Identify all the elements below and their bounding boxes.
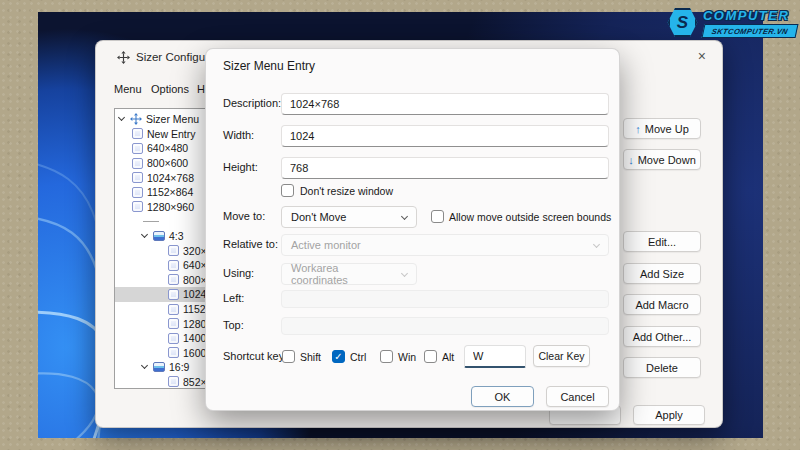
dialog-title: Sizer Menu Entry: [223, 59, 315, 73]
left-label: Left:: [223, 292, 244, 304]
ok-button[interactable]: OK: [471, 386, 534, 407]
size-entry-icon: [168, 289, 179, 300]
size-entry-icon: [132, 128, 143, 139]
brand-name: COMPUTER: [703, 8, 789, 23]
allow-move-label: Allow move outside screen bounds: [449, 211, 611, 223]
left-field: [281, 290, 609, 308]
apply-button[interactable]: Apply: [633, 405, 705, 425]
chevron-down-icon: [401, 270, 408, 277]
top-label: Top:: [223, 319, 244, 331]
alt-checkbox[interactable]: [424, 350, 437, 363]
size-entry-icon: [168, 347, 179, 358]
add-other-button[interactable]: Add Other...: [623, 326, 701, 347]
allow-move-checkbox[interactable]: [431, 210, 444, 223]
using-dropdown: Workarea coordinates: [281, 263, 417, 285]
delete-button[interactable]: Delete: [623, 357, 701, 378]
alt-label: Alt: [442, 351, 454, 363]
size-entry-icon: [168, 260, 179, 271]
relative-to-label: Relative to:: [223, 238, 278, 250]
cancel-button[interactable]: Cancel: [546, 386, 609, 407]
width-field[interactable]: [281, 125, 609, 147]
description-label: Description:: [223, 97, 281, 109]
sizer-app-icon: [117, 51, 130, 64]
chevron-down-icon: [141, 362, 148, 369]
size-entry-icon: [168, 304, 179, 315]
close-icon[interactable]: ×: [698, 49, 706, 63]
description-field[interactable]: [281, 93, 609, 115]
chevron-down-icon: [401, 213, 408, 220]
shortcut-key-label: Shortcut key:: [223, 350, 287, 362]
size-entry-icon: [168, 274, 179, 285]
move-up-button[interactable]: ↑Move Up: [623, 118, 701, 139]
shift-checkbox[interactable]: [282, 350, 295, 363]
edit-button[interactable]: Edit...: [623, 231, 701, 252]
sizer-menu-entry-dialog: Sizer Menu Entry Description: Width: Hei…: [205, 48, 620, 411]
size-entry-icon: [168, 376, 179, 387]
size-entry-icon: [132, 201, 143, 212]
watermark-logo: S COMPUTER SKTCOMPUTER.VN: [667, 7, 797, 38]
top-field: [281, 317, 609, 335]
tab-menu[interactable]: Menu: [114, 83, 142, 95]
move-to-dropdown[interactable]: Don't Move: [281, 206, 417, 228]
ctrl-label: Ctrl: [350, 351, 366, 363]
brand-hexagon-s-icon: S: [667, 7, 698, 38]
chevron-down-icon: [118, 114, 125, 121]
width-label: Width:: [223, 129, 254, 141]
size-entry-icon: [132, 172, 143, 183]
dont-resize-checkbox[interactable]: [281, 184, 294, 197]
move-down-button[interactable]: ↓Move Down: [623, 149, 701, 170]
sizer-icon: [130, 113, 142, 125]
brand-site: SKTCOMPUTER.VN: [701, 24, 798, 38]
up-arrow-icon: ↑: [635, 123, 641, 135]
ratio-group-icon: [153, 231, 165, 241]
tab-options[interactable]: Options: [151, 83, 189, 95]
ratio-group-icon: [153, 362, 165, 372]
size-entry-icon: [168, 245, 179, 256]
move-to-label: Move to:: [223, 210, 265, 222]
size-entry-icon: [168, 318, 179, 329]
add-macro-button[interactable]: Add Macro: [623, 294, 701, 315]
add-size-button[interactable]: Add Size: [623, 263, 701, 284]
win-label: Win: [398, 351, 416, 363]
clear-key-button[interactable]: Clear Key: [533, 345, 590, 367]
chevron-down-icon: [141, 231, 148, 238]
shift-label: Shift: [300, 351, 321, 363]
relative-to-dropdown: Active monitor: [281, 234, 609, 256]
dont-resize-label: Don't resize window: [300, 185, 393, 197]
down-arrow-icon: ↓: [628, 154, 634, 166]
height-field[interactable]: [281, 157, 609, 179]
size-entry-icon: [132, 158, 143, 169]
separator-line: [143, 221, 159, 222]
height-label: Height:: [223, 161, 258, 173]
win-checkbox[interactable]: [380, 350, 393, 363]
size-entry-icon: [132, 143, 143, 154]
size-entry-icon: [132, 187, 143, 198]
screenshot-stage: S COMPUTER SKTCOMPUTER.VN Sizer Configur…: [0, 0, 800, 450]
ctrl-checkbox[interactable]: [332, 350, 345, 363]
shortcut-key-field[interactable]: [464, 345, 526, 368]
size-entry-icon: [168, 333, 179, 344]
using-label: Using:: [223, 267, 254, 279]
chevron-down-icon: [593, 241, 600, 248]
